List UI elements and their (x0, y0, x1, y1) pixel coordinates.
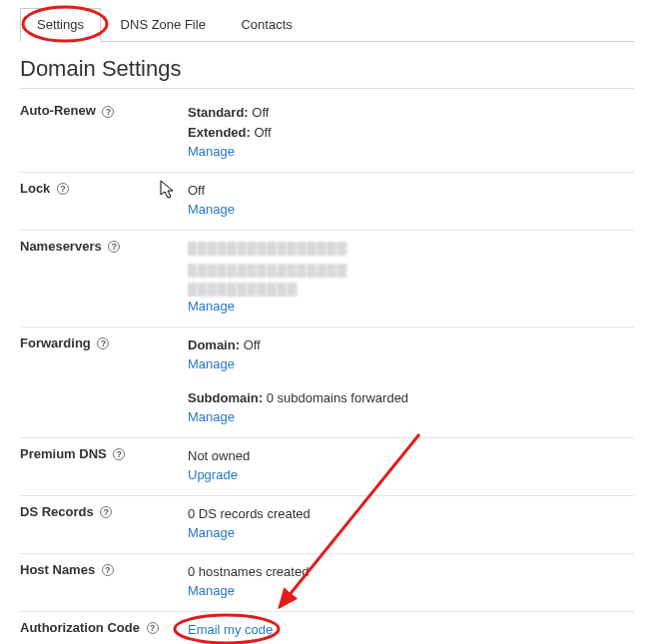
nameserver-redacted (188, 264, 347, 278)
ds-records-value: 0 DS records created (188, 506, 311, 521)
auto-renew-manage-link[interactable]: Manage (188, 144, 235, 159)
lock-label: Lock (20, 181, 50, 196)
row-lock: Lock ? Off Manage (20, 173, 634, 231)
host-names-label: Host Names (20, 562, 95, 577)
forwarding-subdomain-manage-link[interactable]: Manage (188, 409, 235, 424)
row-authorization-code: Authorization Code ? Email my code (20, 612, 634, 644)
help-icon[interactable]: ? (113, 448, 125, 460)
lock-manage-link[interactable]: Manage (188, 202, 235, 217)
row-premium-dns: Premium DNS ? Not owned Upgrade (20, 438, 634, 496)
help-icon[interactable]: ? (108, 241, 120, 253)
extended-value: Off (254, 125, 271, 140)
lock-value: Off (188, 183, 205, 198)
host-names-manage-link[interactable]: Manage (188, 583, 235, 598)
forwarding-domain-label: Domain: (188, 337, 240, 352)
forwarding-subdomain-value: 0 subdomains forwarded (267, 390, 408, 405)
auto-renew-label: Auto-Renew (20, 103, 96, 118)
row-forwarding: Forwarding ? Domain: Off Manage Subdomai… (20, 327, 634, 438)
row-ds-records: DS Records ? 0 DS records created Manage (20, 496, 634, 554)
forwarding-domain-manage-link[interactable]: Manage (188, 356, 235, 371)
forwarding-subdomain-label: Subdomain: (188, 390, 263, 405)
premium-dns-value: Not owned (188, 448, 250, 463)
premium-dns-upgrade-link[interactable]: Upgrade (188, 467, 238, 482)
help-icon[interactable]: ? (97, 337, 109, 349)
page-title: Domain Settings (20, 56, 634, 89)
nameservers-label: Nameservers (20, 239, 102, 254)
forwarding-domain-value: Off (244, 337, 261, 352)
tabs-bar: Settings DNS Zone File Contacts (20, 8, 634, 42)
ds-records-label: DS Records (20, 504, 94, 519)
help-icon[interactable]: ? (102, 564, 114, 576)
tab-dns-zone-file[interactable]: DNS Zone File (105, 9, 222, 41)
premium-dns-label: Premium DNS (20, 446, 107, 461)
help-icon[interactable]: ? (102, 106, 114, 118)
nameserver-redacted (188, 283, 298, 297)
extended-label: Extended: (188, 125, 251, 140)
ds-records-manage-link[interactable]: Manage (188, 525, 235, 540)
row-auto-renew: Auto-Renew ? Standard: Off Extended: Off… (20, 95, 634, 173)
forwarding-label: Forwarding (20, 335, 91, 350)
standard-value: Off (252, 105, 269, 120)
host-names-value: 0 hostnames created (188, 564, 309, 579)
row-nameservers: Nameservers ? Manage (20, 231, 634, 327)
standard-label: Standard: (188, 105, 249, 120)
email-my-code-link[interactable]: Email my code (188, 622, 273, 637)
nameservers-manage-link[interactable]: Manage (188, 299, 235, 314)
nameserver-redacted (188, 242, 347, 256)
tab-contacts[interactable]: Contacts (225, 9, 308, 41)
tab-settings[interactable]: Settings (20, 8, 101, 42)
help-icon[interactable]: ? (57, 183, 69, 195)
authorization-code-label: Authorization Code (20, 620, 140, 635)
row-host-names: Host Names ? 0 hostnames created Manage (20, 554, 634, 612)
help-icon[interactable]: ? (100, 506, 112, 518)
help-icon[interactable]: ? (147, 622, 159, 634)
